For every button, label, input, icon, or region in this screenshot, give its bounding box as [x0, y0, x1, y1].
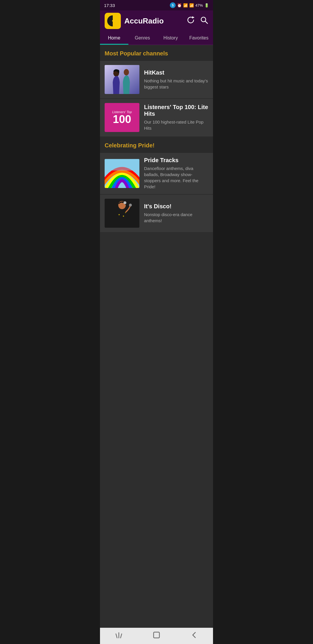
hitkast-info: HitKast Nothing but hit music and today'… — [144, 69, 208, 90]
app-name: AccuRadio — [124, 17, 164, 26]
top100-thumb-line2: 100 — [113, 114, 131, 125]
tab-favorites[interactable]: Favorites — [185, 31, 213, 45]
channel-top100[interactable]: Listeners' Top 100 Listeners' Top 100: L… — [100, 99, 213, 136]
tab-home[interactable]: Home — [100, 31, 128, 45]
battery-icon: 🔋 — [204, 3, 209, 8]
svg-point-7 — [124, 69, 129, 75]
hitkast-desc: Nothing but hit music and today's bigges… — [144, 78, 208, 90]
app-logo[interactable] — [105, 13, 121, 29]
pride-section-title: Celebrating Pride! — [100, 137, 213, 153]
pridetracks-name: Pride Tracks — [144, 157, 208, 164]
svg-rect-20 — [154, 632, 159, 638]
hitkast-thumb-inner — [105, 65, 139, 94]
popular-section: Most Popular channels — [100, 45, 213, 136]
hitkast-thumbnail — [105, 65, 139, 94]
svg-point-14 — [119, 214, 120, 215]
top100-thumb-bg: Listeners' Top 100 — [105, 103, 139, 132]
nav-menu-button[interactable] — [115, 631, 123, 641]
main-content: Most Popular channels — [100, 45, 213, 637]
pridetracks-desc: Dancefloor anthems, diva ballads, Broadw… — [144, 165, 208, 190]
top100-info: Listeners' Top 100: Lite Hits Our 100 hi… — [144, 104, 208, 131]
pride-channel-list: Pride Tracks Dancefloor anthems, diva ba… — [100, 153, 213, 232]
alarm-icon: ⏰ — [177, 3, 182, 8]
svg-point-1 — [112, 20, 114, 22]
wifi-icon: 📶 — [183, 3, 188, 8]
status-time: 17:33 — [104, 3, 115, 8]
header-actions — [186, 16, 208, 26]
disco-name: It's Disco! — [144, 203, 208, 210]
channel-disco[interactable]: It's Disco! Nonstop disco-era dance anth… — [100, 195, 213, 232]
logo-inner — [107, 15, 119, 27]
pridetracks-info: Pride Tracks Dancefloor anthems, diva ba… — [144, 157, 208, 190]
status-icons: S ⏰ 📶 📶 47% 🔋 — [170, 2, 209, 8]
shazam-icon: S — [170, 2, 176, 8]
header-left: AccuRadio — [105, 13, 164, 29]
bottom-nav-bar — [100, 628, 213, 644]
tab-genres[interactable]: Genres — [128, 31, 157, 45]
search-button[interactable] — [200, 16, 208, 26]
nav-back-button[interactable] — [190, 631, 198, 641]
pride-section: Celebrating Pride! — [100, 137, 213, 232]
svg-rect-9 — [105, 159, 139, 171]
tab-history[interactable]: History — [156, 31, 185, 45]
popular-channel-list: HitKast Nothing but hit music and today'… — [100, 61, 213, 136]
svg-point-12 — [123, 201, 126, 204]
signal-icon: 📶 — [189, 3, 194, 8]
disco-desc: Nonstop disco-era dance anthems! — [144, 211, 208, 224]
disco-thumb-bg — [105, 199, 139, 228]
refresh-button[interactable] — [186, 16, 195, 26]
hitkast-thumb-bg — [105, 65, 139, 94]
bottom-spacer — [100, 233, 213, 250]
nav-tabs: Home Genres History Favorites — [100, 31, 213, 45]
top100-desc: Our 100 highest-rated Lite Pop Hits — [144, 119, 208, 131]
popular-section-title: Most Popular channels — [100, 45, 213, 61]
nav-home-button[interactable] — [152, 631, 161, 641]
svg-line-17 — [116, 634, 117, 638]
top100-thumbnail: Listeners' Top 100 — [105, 103, 139, 132]
svg-line-19 — [121, 634, 122, 638]
hitkast-name: HitKast — [144, 69, 208, 76]
status-bar: 17:33 S ⏰ 📶 📶 47% 🔋 — [100, 0, 213, 10]
disco-thumbnail — [105, 199, 139, 228]
svg-point-15 — [123, 216, 124, 217]
svg-marker-2 — [192, 16, 194, 19]
pridetracks-thumbnail — [105, 159, 139, 188]
app-header: AccuRadio — [100, 10, 213, 31]
battery-percent: 47% — [195, 3, 203, 8]
pride-thumb-bg — [105, 159, 139, 188]
svg-point-13 — [129, 204, 132, 207]
disco-info: It's Disco! Nonstop disco-era dance anth… — [144, 203, 208, 224]
svg-line-4 — [205, 21, 208, 23]
svg-rect-5 — [105, 65, 139, 94]
svg-point-16 — [125, 212, 126, 213]
logo-svg — [107, 15, 119, 27]
channel-pridetracks[interactable]: Pride Tracks Dancefloor anthems, diva ba… — [100, 153, 213, 194]
top100-name: Listeners' Top 100: Lite Hits — [144, 104, 208, 117]
channel-hitkast[interactable]: HitKast Nothing but hit music and today'… — [100, 61, 213, 98]
